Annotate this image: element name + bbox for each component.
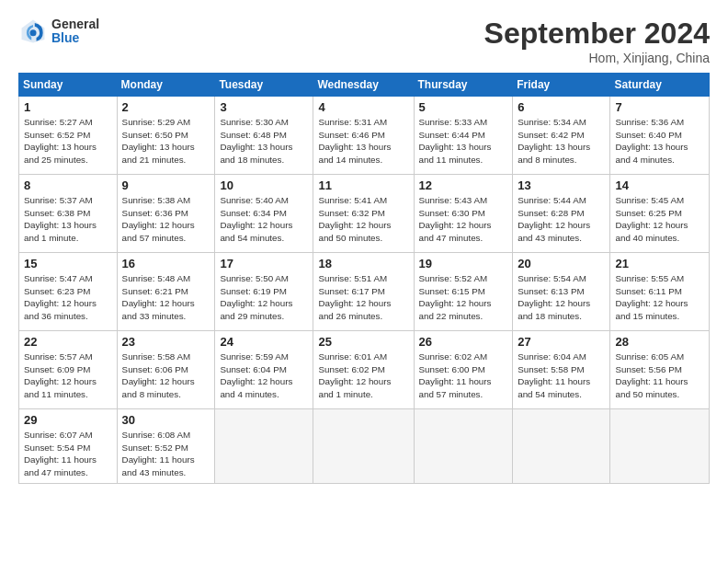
day-number: 3: [220, 100, 308, 114]
calendar-cell: [313, 409, 414, 484]
calendar-cell: 14Sunrise: 5:45 AM Sunset: 6:25 PM Dayli…: [610, 175, 710, 253]
day-number: 1: [24, 100, 112, 114]
day-number: 25: [318, 335, 408, 349]
calendar-cell: 2Sunrise: 5:29 AM Sunset: 6:50 PM Daylig…: [117, 97, 215, 175]
calendar-cell: 28Sunrise: 6:05 AM Sunset: 5:56 PM Dayli…: [610, 331, 710, 409]
day-number: 7: [615, 100, 704, 114]
day-number: 23: [122, 335, 210, 349]
logo-icon: [18, 17, 48, 46]
calendar-cell: 21Sunrise: 5:55 AM Sunset: 6:11 PM Dayli…: [610, 253, 710, 331]
calendar-cell: [414, 409, 513, 484]
day-number: 22: [24, 335, 112, 349]
calendar-cell: 24Sunrise: 5:59 AM Sunset: 6:04 PM Dayli…: [215, 331, 313, 409]
day-number: 19: [419, 257, 508, 270]
calendar-cell: 19Sunrise: 5:52 AM Sunset: 6:15 PM Dayli…: [414, 253, 513, 331]
logo: General Blue: [18, 17, 99, 46]
col-saturday: Saturday: [610, 74, 710, 97]
day-info: Sunrise: 5:36 AM Sunset: 6:40 PM Dayligh…: [615, 116, 704, 167]
day-number: 30: [122, 413, 210, 427]
calendar-cell: 29Sunrise: 6:07 AM Sunset: 5:54 PM Dayli…: [19, 409, 118, 484]
calendar-cell: 30Sunrise: 6:08 AM Sunset: 5:52 PM Dayli…: [117, 409, 215, 484]
day-info: Sunrise: 5:43 AM Sunset: 6:30 PM Dayligh…: [419, 194, 508, 245]
day-info: Sunrise: 5:37 AM Sunset: 6:38 PM Dayligh…: [24, 194, 112, 245]
calendar-cell: [215, 409, 313, 484]
col-tuesday: Tuesday: [215, 74, 313, 97]
calendar-cell: 18Sunrise: 5:51 AM Sunset: 6:17 PM Dayli…: [313, 253, 414, 331]
calendar-header-row: Sunday Monday Tuesday Wednesday Thursday…: [19, 74, 710, 97]
day-number: 14: [615, 178, 704, 192]
day-info: Sunrise: 5:33 AM Sunset: 6:44 PM Dayligh…: [419, 116, 508, 167]
col-friday: Friday: [513, 74, 610, 97]
day-info: Sunrise: 6:02 AM Sunset: 6:00 PM Dayligh…: [419, 350, 508, 401]
calendar-cell: 23Sunrise: 5:58 AM Sunset: 6:06 PM Dayli…: [117, 331, 215, 409]
day-info: Sunrise: 5:52 AM Sunset: 6:15 PM Dayligh…: [419, 272, 508, 323]
day-info: Sunrise: 6:01 AM Sunset: 6:02 PM Dayligh…: [318, 350, 408, 401]
day-info: Sunrise: 5:27 AM Sunset: 6:52 PM Dayligh…: [24, 116, 112, 167]
day-number: 10: [220, 178, 308, 192]
calendar-cell: 6Sunrise: 5:34 AM Sunset: 6:42 PM Daylig…: [513, 97, 610, 175]
svg-point-2: [29, 29, 36, 36]
day-info: Sunrise: 5:45 AM Sunset: 6:25 PM Dayligh…: [615, 194, 704, 245]
day-info: Sunrise: 5:41 AM Sunset: 6:32 PM Dayligh…: [318, 194, 408, 245]
calendar-table: Sunday Monday Tuesday Wednesday Thursday…: [18, 73, 710, 484]
calendar-cell: 4Sunrise: 5:31 AM Sunset: 6:46 PM Daylig…: [313, 97, 414, 175]
day-number: 9: [122, 178, 210, 192]
day-number: 8: [24, 178, 112, 192]
calendar-cell: 22Sunrise: 5:57 AM Sunset: 6:09 PM Dayli…: [19, 331, 118, 409]
day-info: Sunrise: 5:38 AM Sunset: 6:36 PM Dayligh…: [122, 194, 210, 245]
calendar-cell: 17Sunrise: 5:50 AM Sunset: 6:19 PM Dayli…: [215, 253, 313, 331]
calendar-cell: 8Sunrise: 5:37 AM Sunset: 6:38 PM Daylig…: [19, 175, 118, 253]
logo-blue-text: Blue: [51, 31, 99, 45]
page: General Blue September 2024 Hom, Xinjian…: [0, 0, 728, 563]
day-info: Sunrise: 5:59 AM Sunset: 6:04 PM Dayligh…: [220, 350, 308, 401]
col-sunday: Sunday: [19, 74, 118, 97]
day-number: 13: [518, 178, 605, 192]
calendar-cell: 27Sunrise: 6:04 AM Sunset: 5:58 PM Dayli…: [513, 331, 610, 409]
col-monday: Monday: [117, 74, 215, 97]
day-number: 26: [419, 335, 508, 349]
calendar-cell: 11Sunrise: 5:41 AM Sunset: 6:32 PM Dayli…: [313, 175, 414, 253]
calendar-cell: 20Sunrise: 5:54 AM Sunset: 6:13 PM Dayli…: [513, 253, 610, 331]
month-title: September 2024: [484, 17, 710, 51]
title-block: September 2024 Hom, Xinjiang, China: [484, 17, 710, 65]
day-info: Sunrise: 5:34 AM Sunset: 6:42 PM Dayligh…: [518, 116, 605, 167]
day-info: Sunrise: 6:07 AM Sunset: 5:54 PM Dayligh…: [24, 429, 112, 479]
calendar-cell: 7Sunrise: 5:36 AM Sunset: 6:40 PM Daylig…: [610, 97, 710, 175]
day-number: 2: [122, 100, 210, 114]
day-number: 24: [220, 335, 308, 349]
day-number: 11: [318, 178, 408, 192]
day-info: Sunrise: 5:58 AM Sunset: 6:06 PM Dayligh…: [122, 350, 210, 401]
calendar-cell: [513, 409, 610, 484]
day-number: 4: [318, 100, 408, 114]
location-subtitle: Hom, Xinjiang, China: [484, 51, 710, 65]
header: General Blue September 2024 Hom, Xinjian…: [18, 17, 710, 65]
day-info: Sunrise: 5:50 AM Sunset: 6:19 PM Dayligh…: [220, 272, 308, 323]
col-thursday: Thursday: [414, 74, 513, 97]
calendar-cell: 3Sunrise: 5:30 AM Sunset: 6:48 PM Daylig…: [215, 97, 313, 175]
day-info: Sunrise: 5:55 AM Sunset: 6:11 PM Dayligh…: [615, 272, 704, 323]
day-number: 15: [24, 257, 112, 270]
day-number: 12: [419, 178, 508, 192]
day-number: 21: [615, 257, 704, 270]
calendar-cell: 1Sunrise: 5:27 AM Sunset: 6:52 PM Daylig…: [19, 97, 118, 175]
day-number: 20: [518, 257, 605, 270]
day-info: Sunrise: 5:57 AM Sunset: 6:09 PM Dayligh…: [24, 350, 112, 401]
calendar-cell: 15Sunrise: 5:47 AM Sunset: 6:23 PM Dayli…: [19, 253, 118, 331]
day-number: 27: [518, 335, 605, 349]
day-info: Sunrise: 6:08 AM Sunset: 5:52 PM Dayligh…: [122, 429, 210, 479]
calendar-cell: 25Sunrise: 6:01 AM Sunset: 6:02 PM Dayli…: [313, 331, 414, 409]
day-number: 18: [318, 257, 408, 270]
calendar-cell: 16Sunrise: 5:48 AM Sunset: 6:21 PM Dayli…: [117, 253, 215, 331]
day-number: 16: [122, 257, 210, 270]
calendar-cell: 9Sunrise: 5:38 AM Sunset: 6:36 PM Daylig…: [117, 175, 215, 253]
day-number: 6: [518, 100, 605, 114]
day-info: Sunrise: 5:51 AM Sunset: 6:17 PM Dayligh…: [318, 272, 408, 323]
col-wednesday: Wednesday: [313, 74, 414, 97]
day-info: Sunrise: 5:48 AM Sunset: 6:21 PM Dayligh…: [122, 272, 210, 323]
logo-text: General Blue: [51, 17, 99, 46]
day-number: 29: [24, 413, 112, 427]
day-number: 28: [615, 335, 704, 349]
day-info: Sunrise: 5:29 AM Sunset: 6:50 PM Dayligh…: [122, 116, 210, 167]
day-number: 17: [220, 257, 308, 270]
day-info: Sunrise: 5:44 AM Sunset: 6:28 PM Dayligh…: [518, 194, 605, 245]
